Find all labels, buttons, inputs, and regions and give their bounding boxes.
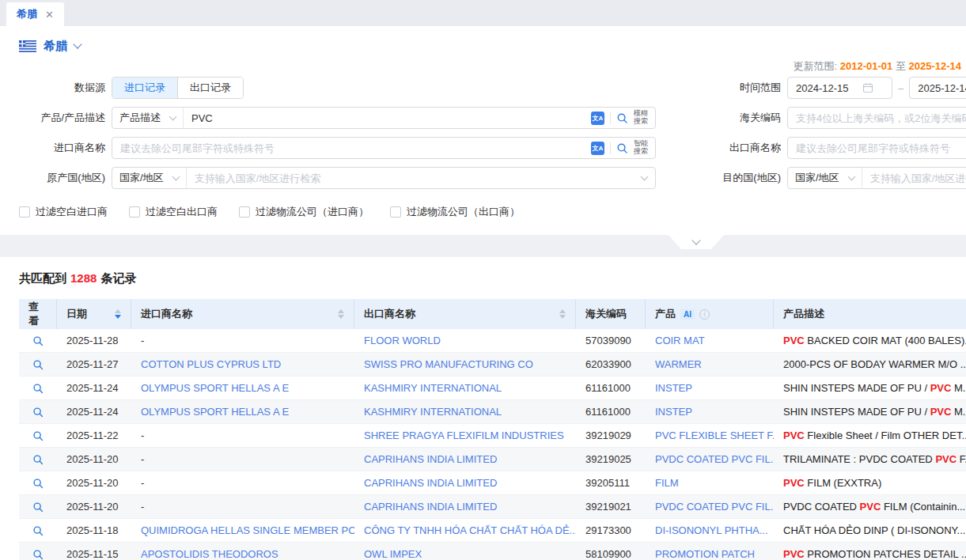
description-cell: PVDC COATED PVC FILM (Containin... bbox=[774, 501, 966, 513]
label-origin-country: 原产国(地区) bbox=[0, 171, 105, 185]
chevron-down-icon[interactable] bbox=[73, 40, 81, 48]
importer-name[interactable]: OLYMPUS SPORT HELLAS A E bbox=[141, 406, 289, 418]
date-cell: 2025-11-22 bbox=[57, 429, 131, 441]
sort-importer[interactable] bbox=[338, 309, 344, 319]
info-icon[interactable]: i bbox=[699, 309, 710, 320]
hs-code-box bbox=[787, 107, 966, 129]
view-cell bbox=[19, 383, 57, 394]
importer-name[interactable]: APOSTOLIDIS THEODOROS bbox=[141, 548, 278, 560]
date-cell: 2025-11-20 bbox=[57, 453, 131, 465]
exporter-name[interactable]: SHREE PRAGYA FLEXIFILM INDUSTRIES bbox=[364, 429, 564, 441]
date-start-input[interactable] bbox=[796, 82, 862, 94]
product-link[interactable]: INSTEP bbox=[655, 406, 692, 418]
exporter-name[interactable]: SWISS PRO MANUFACTURING CO bbox=[364, 358, 533, 370]
description-cell: CHẤT HÓA DẺO DINP ( DI-ISONONY... bbox=[774, 524, 966, 536]
view-record-icon[interactable] bbox=[32, 478, 44, 489]
product-cell: PROMOTION PATCH bbox=[646, 548, 774, 560]
date-cell: 2025-11-20 bbox=[57, 501, 131, 513]
importer-name[interactable]: COTTON PLUS CYPRUS LTD bbox=[141, 358, 281, 370]
hs-code-input[interactable] bbox=[788, 112, 966, 124]
exporter-name[interactable]: CAPRIHANS INDIA LIMITED bbox=[364, 453, 497, 465]
product-link[interactable]: PVDC COATED PVC FIL... bbox=[655, 501, 774, 513]
importer-name[interactable]: QUIMIDROGA HELLAS SINGLE MEMBER PC bbox=[141, 524, 354, 536]
tab-greece[interactable]: 希腊 ✕ bbox=[6, 2, 64, 26]
view-cell bbox=[19, 359, 57, 370]
destination-type-select[interactable]: 国家/地区 bbox=[788, 168, 862, 188]
sort-exporter[interactable] bbox=[559, 309, 566, 319]
exporter-name[interactable]: KASHMIRY INTERNATIONAL bbox=[364, 406, 502, 418]
filter-logistics-importer[interactable]: 过滤物流公司（进口商） bbox=[239, 205, 369, 219]
translate-icon[interactable]: 文A bbox=[591, 112, 604, 125]
importer-input[interactable] bbox=[112, 142, 591, 154]
product-link[interactable]: WARMER bbox=[655, 358, 702, 370]
filter-blank-importer[interactable]: 过滤空白进口商 bbox=[19, 205, 108, 219]
filter-logistics-exporter[interactable]: 过滤物流公司（出口商） bbox=[390, 205, 520, 219]
hs-code-cell: 62033900 bbox=[576, 358, 646, 370]
smart-search-label[interactable]: 智能搜索 bbox=[634, 140, 648, 156]
importer-cell: COTTON PLUS CYPRUS LTD bbox=[131, 358, 354, 370]
product-link[interactable]: PROMOTION PATCH bbox=[655, 548, 755, 560]
product-link[interactable]: DI-ISONONYL PHTHA... bbox=[655, 524, 768, 536]
hs-code-cell: 61161000 bbox=[576, 406, 646, 418]
exporter-input[interactable] bbox=[788, 142, 966, 154]
exporter-name[interactable]: CAPRIHANS INDIA LIMITED bbox=[364, 501, 497, 513]
description-cell: PVC BACKED COIR MAT (400 BALES)... bbox=[774, 335, 966, 346]
product-input[interactable] bbox=[184, 112, 591, 124]
view-record-icon[interactable] bbox=[32, 501, 44, 513]
product-link[interactable]: PVDC COATED PVC FIL... bbox=[655, 453, 774, 465]
smart-search-icon[interactable] bbox=[616, 142, 628, 154]
origin-type-select[interactable]: 国家/地区 bbox=[112, 168, 187, 188]
origin-combo: 国家/地区 bbox=[112, 167, 656, 189]
chevron-down-icon[interactable] bbox=[641, 173, 649, 181]
product-link[interactable]: PVC FLEXIBLE SHEET F... bbox=[655, 429, 774, 441]
view-record-icon[interactable] bbox=[32, 359, 44, 370]
date-end-input[interactable] bbox=[918, 82, 966, 94]
exporter-name[interactable]: CAPRIHANS INDIA LIMITED bbox=[364, 477, 497, 489]
chevron-down-icon bbox=[847, 173, 855, 181]
view-record-icon[interactable] bbox=[32, 549, 44, 560]
exporter-name[interactable]: CÔNG TY TNHH HÓA CHẤT CHẤT HÓA DẺ... bbox=[364, 524, 576, 536]
data-source-segment: 进口记录 出口记录 bbox=[112, 77, 244, 99]
view-cell bbox=[19, 525, 57, 536]
fuzzy-search-label[interactable]: 模糊搜索 bbox=[634, 110, 648, 126]
segment-import-records[interactable]: 进口记录 bbox=[112, 78, 177, 98]
product-link[interactable]: INSTEP bbox=[655, 382, 692, 394]
segment-export-records[interactable]: 出口记录 bbox=[177, 78, 243, 98]
view-record-icon[interactable] bbox=[32, 430, 44, 441]
exporter-name[interactable]: KASHMIRY INTERNATIONAL bbox=[364, 382, 502, 394]
fuzzy-search-icon[interactable] bbox=[616, 112, 628, 124]
product-link[interactable]: FILM bbox=[655, 477, 679, 489]
importer-name[interactable]: OLYMPUS SPORT HELLAS A E bbox=[141, 382, 289, 394]
section-gap bbox=[0, 235, 966, 257]
results-summary: 共匹配到1288条记录 bbox=[19, 271, 966, 286]
table-row: 2025-11-15APOSTOLIDIS THEODOROSOWL IMPEX… bbox=[19, 543, 966, 560]
view-record-icon[interactable] bbox=[32, 525, 44, 536]
importer-cell: - bbox=[131, 453, 354, 465]
calendar-icon[interactable] bbox=[862, 82, 873, 93]
importer-combo: 文A 智能搜索 bbox=[112, 137, 656, 159]
product-link[interactable]: COIR MAT bbox=[655, 335, 705, 346]
exporter-name[interactable]: OWL IMPEX bbox=[364, 548, 422, 560]
importer-cell: OLYMPUS SPORT HELLAS A E bbox=[131, 406, 354, 418]
date-cell: 2025-11-28 bbox=[57, 335, 131, 346]
view-cell bbox=[19, 407, 57, 418]
origin-input[interactable] bbox=[187, 172, 642, 184]
exporter-cell: KASHMIRY INTERNATIONAL bbox=[354, 382, 576, 394]
description-cell: SHIN INSTEPS MADE OF PU / PVC M... bbox=[774, 406, 966, 418]
translate-icon[interactable]: 文A bbox=[591, 142, 604, 155]
sort-date[interactable] bbox=[115, 309, 121, 319]
label-hs-code: 海关编码 bbox=[664, 111, 781, 125]
filter-blank-exporter[interactable]: 过滤空白出口商 bbox=[129, 205, 218, 219]
view-record-icon[interactable] bbox=[32, 335, 44, 346]
exporter-name[interactable]: FLOOR WORLD bbox=[364, 335, 441, 346]
close-icon[interactable]: ✕ bbox=[45, 9, 54, 20]
exporter-cell: CAPRIHANS INDIA LIMITED bbox=[354, 453, 576, 465]
checkbox-icon bbox=[129, 206, 140, 218]
label-importer: 进口商名称 bbox=[0, 141, 105, 155]
view-record-icon[interactable] bbox=[32, 454, 44, 465]
destination-input[interactable] bbox=[862, 172, 966, 184]
table-row: 2025-11-27COTTON PLUS CYPRUS LTDSWISS PR… bbox=[19, 353, 966, 376]
view-record-icon[interactable] bbox=[32, 383, 44, 394]
product-field-select[interactable]: 产品描述 bbox=[112, 108, 184, 128]
view-record-icon[interactable] bbox=[32, 407, 44, 418]
